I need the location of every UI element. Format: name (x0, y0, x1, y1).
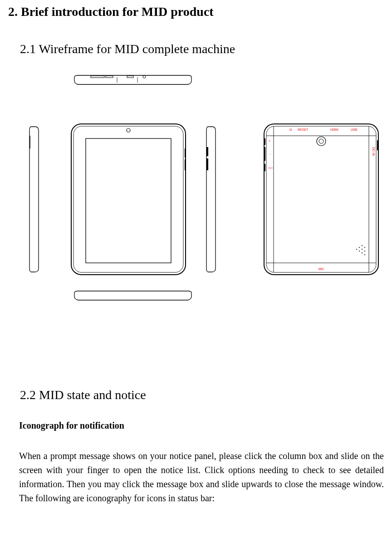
svg-point-30 (359, 251, 360, 252)
svg-rect-14 (206, 158, 208, 170)
svg-point-29 (362, 245, 363, 246)
svg-rect-11 (185, 148, 186, 158)
front-view-outline (69, 122, 187, 277)
svg-rect-13 (206, 147, 208, 156)
svg-point-34 (364, 251, 365, 252)
reset-label: RESET (298, 128, 309, 131)
svg-point-28 (359, 247, 360, 248)
back-view-outline: Ω RESET HDMI USB DC-IN + - ᐸ|ᐳ MIC (262, 122, 380, 277)
svg-rect-24 (264, 147, 265, 161)
right-side-outline (206, 122, 217, 277)
subsection-heading-21: 2.1 Wireframe for MID complete machine (20, 42, 384, 56)
svg-rect-15 (264, 124, 378, 275)
left-side-outline (29, 122, 40, 277)
subsection-heading-22: 2.2 MID state and notice (20, 388, 384, 402)
power-label: ᐸ|ᐳ (268, 167, 273, 169)
svg-point-33 (362, 252, 363, 253)
svg-point-27 (356, 249, 357, 250)
svg-rect-23 (264, 138, 265, 145)
dcin-label: DC-IN (372, 147, 375, 156)
svg-rect-26 (377, 140, 378, 150)
svg-rect-7 (71, 124, 186, 275)
svg-point-35 (364, 254, 365, 255)
section-heading: 2. Brief introduction for MID product (8, 5, 384, 19)
plus-label: + (269, 139, 270, 143)
svg-point-31 (362, 249, 363, 250)
wireframe-diagram: Ω RESET HDMI USB DC-IN + - ᐸ|ᐳ MIC (22, 74, 376, 333)
iconograph-heading: Iconograph for notification (19, 420, 384, 431)
hdmi-label: HDMI (330, 128, 338, 131)
headphone-label: Ω (289, 128, 292, 131)
usb-label: USB (351, 128, 358, 131)
svg-point-32 (364, 247, 365, 248)
notification-paragraph: When a prompt message shows on your noti… (19, 449, 384, 505)
bottom-view-outline (72, 290, 194, 302)
top-view-outline (72, 74, 194, 86)
svg-rect-12 (185, 159, 186, 170)
svg-rect-25 (264, 164, 265, 171)
mic-label: MIC (318, 267, 324, 271)
